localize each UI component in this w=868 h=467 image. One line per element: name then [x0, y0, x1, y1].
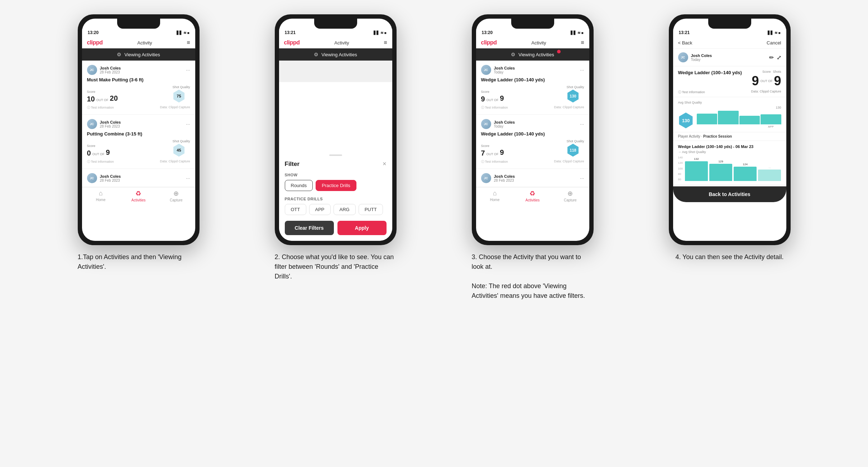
caption-2: 2. Choose what you'd like to see. You ca…	[275, 252, 397, 281]
score-val-1-2: 0	[87, 149, 91, 157]
phone-4-status-bar: 13:21 ▋▋ ≋ ■	[673, 29, 786, 37]
hamburger-2[interactable]: ≡	[384, 39, 387, 46]
capture-icon-1: ⊕	[173, 190, 179, 197]
stats-row-3-1: Score 9 OUT OF 9 Shot Quality 130	[481, 85, 584, 103]
activity-card-3-2[interactable]: JC Josh Coles Today ··· Wedge Ladder (10…	[476, 115, 589, 169]
shots-val-1-2: 9	[106, 148, 110, 157]
user-date-4: Today	[691, 58, 712, 62]
caption-3: 3. Choose the Activity that you want to …	[472, 252, 594, 301]
out-of-1-1: OUT OF	[96, 98, 109, 102]
viewing-banner-1[interactable]: ⚙ Viewing Activities	[82, 48, 195, 61]
nav-activities-3[interactable]: ♻ Activities	[514, 190, 551, 202]
score-label-4: Score	[762, 70, 771, 73]
user-name-1-3: Josh Coles	[100, 174, 121, 178]
show-label-2: Show	[285, 173, 387, 177]
shots-val-3-2: 9	[500, 148, 504, 157]
avg-quality-chart-row-4: 130 130	[678, 106, 781, 128]
activity-card-3-1[interactable]: JC Josh Coles Today ··· Wedge Ladder (10…	[476, 61, 589, 115]
three-dots-3-3[interactable]: ···	[580, 175, 584, 181]
phone-4-notch	[708, 19, 751, 29]
expand-icon-4[interactable]: ⤢	[777, 54, 781, 61]
bottom-nav-3: ⌂ Home ♻ Activities ⊕ Capture	[476, 187, 589, 205]
phone-2-status-bar: 13:21 ▋▋ ≋ ■	[279, 29, 392, 37]
app-title-1: Activity	[137, 40, 152, 46]
phone-3-status-bar: 13:20 ▋▋ ≋ ■	[476, 29, 589, 37]
viewing-banner-3[interactable]: ⚙ Viewing Activities	[476, 48, 589, 61]
pill-ott-2[interactable]: OTT	[285, 204, 306, 215]
three-dots-3-1[interactable]: ···	[580, 67, 584, 73]
pill-arg-2[interactable]: ARG	[334, 204, 356, 215]
nav-capture-1[interactable]: ⊕ Capture	[157, 190, 195, 202]
pill-rounds-2[interactable]: Rounds	[285, 180, 313, 191]
nav-capture-3[interactable]: ⊕ Capture	[551, 190, 589, 202]
nav-home-1[interactable]: ⌂ Home	[82, 190, 120, 202]
quality-chart-4: 130 APP	[697, 106, 781, 128]
activity-card-1-2[interactable]: JC Josh Coles 28 Feb 2023 ··· Putting Co…	[82, 115, 195, 169]
chart-label-4-app2	[718, 125, 739, 128]
red-dot-3	[557, 50, 561, 53]
out-of-3-1: OUT OF	[486, 98, 499, 102]
footer-right-3-1: Data: Clippd Capture	[554, 105, 584, 110]
three-dots-1-1[interactable]: ···	[186, 67, 190, 73]
pill-practice-drills-2[interactable]: Practice Drills	[316, 180, 356, 191]
card-header-3-3: JC Josh Coles 28 Feb 2023 ···	[481, 173, 584, 183]
bar-col-4-2: 129	[709, 160, 732, 181]
out-of-label-4: OUT OF	[761, 79, 773, 83]
dimmed-bg-2	[279, 61, 392, 82]
back-link-4[interactable]: < Back	[678, 40, 692, 46]
nav-activities-1[interactable]: ♻ Activities	[120, 190, 157, 202]
activities-icon-1: ♻	[135, 190, 141, 197]
quality-label-3-2: Shot Quality	[566, 139, 584, 143]
viewing-banner-text-3: Viewing Activities	[518, 52, 554, 57]
three-dots-1-2[interactable]: ···	[186, 121, 190, 127]
phone-column-1: 13:20 ▋▋ ≋ ■ clippd Activity ≡ ⚙ Viewing…	[45, 14, 232, 272]
hamburger-1[interactable]: ≡	[187, 39, 190, 46]
phone-2: 13:21 ▋▋ ≋ ■ clippd Activity ≡ ⚙ Viewing…	[275, 14, 397, 245]
card-header-1-3: JC Josh Coles 28 Feb 2023 ···	[87, 173, 190, 183]
card-footer-1-2: ⓘ Test Information Data: Clippd Capture	[87, 159, 190, 164]
bar-val-4-1: 132	[694, 157, 699, 161]
modal-close-2[interactable]: ×	[383, 160, 387, 168]
footer-right-3-2: Data: Clippd Capture	[554, 159, 584, 164]
three-dots-3-2[interactable]: ···	[580, 121, 584, 127]
edit-icon-4[interactable]: ✏	[769, 54, 774, 61]
activity-card-1-1[interactable]: JC Josh Coles 28 Feb 2023 ··· Must Make …	[82, 61, 195, 115]
chart-labels-row-4: APP	[697, 125, 781, 128]
three-dots-1-3[interactable]: ···	[186, 175, 190, 181]
bottom-nav-1: ⌂ Home ♻ Activities ⊕ Capture	[82, 187, 195, 205]
detail-drill-section-4: Wedge Ladder (100–140 yds) Score Shots 9…	[673, 66, 786, 97]
back-to-activities-4[interactable]: Back to Activities	[673, 186, 786, 202]
app-title-3: Activity	[531, 40, 546, 46]
status-time-1: 13:20	[88, 30, 99, 35]
pill-app-2[interactable]: APP	[309, 204, 331, 215]
cancel-link-4[interactable]: Cancel	[767, 40, 781, 46]
y-label-4-5: 60	[678, 178, 683, 181]
phone-column-3: 13:20 ▋▋ ≋ ■ clippd Activity ≡ ⚙ Viewing…	[440, 14, 626, 301]
nav-home-3[interactable]: ⌂ Home	[476, 190, 514, 202]
detail-user-row-4: JC Josh Coles Today ✏ ⤢	[673, 49, 786, 66]
hamburger-3[interactable]: ≡	[581, 39, 584, 46]
avatar-1-1: JC	[87, 65, 97, 75]
user-date-1-2: 28 Feb 2023	[100, 124, 121, 128]
pill-putt-2[interactable]: PUTT	[359, 204, 383, 215]
modal-handle-2	[329, 154, 342, 156]
chart-bars-row-4	[697, 110, 781, 124]
y-label-4-4: 80	[678, 172, 683, 176]
filter-pills-drills-2: OTT APP ARG PUTT	[285, 204, 387, 215]
nav-activities-label-1: Activities	[131, 198, 145, 202]
status-time-3: 13:20	[482, 30, 493, 35]
bar-rect-4-3	[734, 167, 757, 181]
detail-drill-title-4: Wedge Ladder (100–140 yds)	[678, 70, 749, 75]
clear-filters-btn-2[interactable]: Clear Filters	[285, 221, 334, 235]
apply-btn-2[interactable]: Apply	[337, 221, 387, 235]
viewing-banner-2[interactable]: ⚙ Viewing Activities	[279, 48, 392, 61]
caption-1: 1.Tap on Activities and then 'Viewing Ac…	[78, 252, 200, 272]
nav-capture-label-3: Capture	[564, 198, 577, 202]
quality-label-1-1: Shot Quality	[172, 85, 190, 89]
practice-drills-label-2: Practice Drills	[285, 197, 387, 201]
modal-header-2: Filter ×	[285, 160, 387, 168]
nav-home-label-1: Home	[96, 198, 106, 202]
avatar-4: JC	[678, 52, 688, 62]
footer-left-3-2: ⓘ Test Information	[481, 159, 508, 164]
card-footer-1-1: ⓘ Test Information Data: Clippd Capture	[87, 105, 190, 110]
